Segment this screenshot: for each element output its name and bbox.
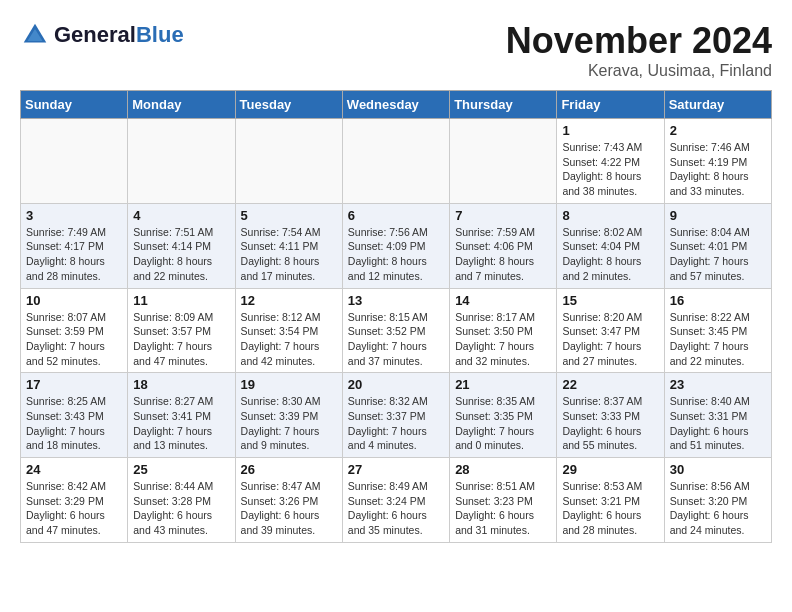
calendar-cell: 9Sunrise: 8:04 AM Sunset: 4:01 PM Daylig…	[664, 203, 771, 288]
day-number: 5	[241, 208, 337, 223]
day-number: 17	[26, 377, 122, 392]
location-title: Kerava, Uusimaa, Finland	[506, 62, 772, 80]
calendar-cell: 26Sunrise: 8:47 AM Sunset: 3:26 PM Dayli…	[235, 458, 342, 543]
calendar-cell: 21Sunrise: 8:35 AM Sunset: 3:35 PM Dayli…	[450, 373, 557, 458]
weekday-header: Saturday	[664, 91, 771, 119]
day-number: 9	[670, 208, 766, 223]
calendar-cell: 18Sunrise: 8:27 AM Sunset: 3:41 PM Dayli…	[128, 373, 235, 458]
day-number: 14	[455, 293, 551, 308]
weekday-header: Monday	[128, 91, 235, 119]
day-number: 25	[133, 462, 229, 477]
calendar-cell: 15Sunrise: 8:20 AM Sunset: 3:47 PM Dayli…	[557, 288, 664, 373]
calendar-cell: 29Sunrise: 8:53 AM Sunset: 3:21 PM Dayli…	[557, 458, 664, 543]
day-number: 8	[562, 208, 658, 223]
logo: GeneralBlue	[20, 20, 184, 50]
weekday-header: Tuesday	[235, 91, 342, 119]
calendar-cell: 23Sunrise: 8:40 AM Sunset: 3:31 PM Dayli…	[664, 373, 771, 458]
calendar-week-row: 10Sunrise: 8:07 AM Sunset: 3:59 PM Dayli…	[21, 288, 772, 373]
calendar-cell: 7Sunrise: 7:59 AM Sunset: 4:06 PM Daylig…	[450, 203, 557, 288]
calendar-cell: 1Sunrise: 7:43 AM Sunset: 4:22 PM Daylig…	[557, 119, 664, 204]
calendar-cell: 2Sunrise: 7:46 AM Sunset: 4:19 PM Daylig…	[664, 119, 771, 204]
day-info: Sunrise: 8:30 AM Sunset: 3:39 PM Dayligh…	[241, 394, 337, 453]
day-info: Sunrise: 8:51 AM Sunset: 3:23 PM Dayligh…	[455, 479, 551, 538]
day-number: 10	[26, 293, 122, 308]
calendar-cell: 22Sunrise: 8:37 AM Sunset: 3:33 PM Dayli…	[557, 373, 664, 458]
calendar-cell	[128, 119, 235, 204]
calendar-cell	[342, 119, 449, 204]
day-number: 29	[562, 462, 658, 477]
day-info: Sunrise: 8:32 AM Sunset: 3:37 PM Dayligh…	[348, 394, 444, 453]
day-info: Sunrise: 7:54 AM Sunset: 4:11 PM Dayligh…	[241, 225, 337, 284]
day-info: Sunrise: 8:04 AM Sunset: 4:01 PM Dayligh…	[670, 225, 766, 284]
day-number: 30	[670, 462, 766, 477]
day-number: 1	[562, 123, 658, 138]
day-number: 20	[348, 377, 444, 392]
day-number: 15	[562, 293, 658, 308]
weekday-header: Sunday	[21, 91, 128, 119]
day-info: Sunrise: 8:42 AM Sunset: 3:29 PM Dayligh…	[26, 479, 122, 538]
weekday-header: Thursday	[450, 91, 557, 119]
day-info: Sunrise: 8:07 AM Sunset: 3:59 PM Dayligh…	[26, 310, 122, 369]
calendar-cell: 13Sunrise: 8:15 AM Sunset: 3:52 PM Dayli…	[342, 288, 449, 373]
day-number: 16	[670, 293, 766, 308]
day-info: Sunrise: 8:44 AM Sunset: 3:28 PM Dayligh…	[133, 479, 229, 538]
day-number: 19	[241, 377, 337, 392]
calendar-cell: 30Sunrise: 8:56 AM Sunset: 3:20 PM Dayli…	[664, 458, 771, 543]
day-number: 26	[241, 462, 337, 477]
day-info: Sunrise: 8:25 AM Sunset: 3:43 PM Dayligh…	[26, 394, 122, 453]
title-area: November 2024 Kerava, Uusimaa, Finland	[506, 20, 772, 80]
weekday-header-row: SundayMondayTuesdayWednesdayThursdayFrid…	[21, 91, 772, 119]
day-info: Sunrise: 8:40 AM Sunset: 3:31 PM Dayligh…	[670, 394, 766, 453]
day-number: 3	[26, 208, 122, 223]
calendar-cell: 10Sunrise: 8:07 AM Sunset: 3:59 PM Dayli…	[21, 288, 128, 373]
header: GeneralBlue November 2024 Kerava, Uusima…	[20, 20, 772, 80]
day-info: Sunrise: 7:51 AM Sunset: 4:14 PM Dayligh…	[133, 225, 229, 284]
day-number: 4	[133, 208, 229, 223]
day-number: 23	[670, 377, 766, 392]
day-info: Sunrise: 8:02 AM Sunset: 4:04 PM Dayligh…	[562, 225, 658, 284]
calendar-cell: 12Sunrise: 8:12 AM Sunset: 3:54 PM Dayli…	[235, 288, 342, 373]
day-info: Sunrise: 8:47 AM Sunset: 3:26 PM Dayligh…	[241, 479, 337, 538]
calendar-cell: 3Sunrise: 7:49 AM Sunset: 4:17 PM Daylig…	[21, 203, 128, 288]
weekday-header: Friday	[557, 91, 664, 119]
calendar-cell	[21, 119, 128, 204]
day-info: Sunrise: 7:56 AM Sunset: 4:09 PM Dayligh…	[348, 225, 444, 284]
day-number: 7	[455, 208, 551, 223]
calendar-week-row: 1Sunrise: 7:43 AM Sunset: 4:22 PM Daylig…	[21, 119, 772, 204]
day-info: Sunrise: 7:59 AM Sunset: 4:06 PM Dayligh…	[455, 225, 551, 284]
day-info: Sunrise: 8:56 AM Sunset: 3:20 PM Dayligh…	[670, 479, 766, 538]
day-info: Sunrise: 7:49 AM Sunset: 4:17 PM Dayligh…	[26, 225, 122, 284]
day-info: Sunrise: 8:37 AM Sunset: 3:33 PM Dayligh…	[562, 394, 658, 453]
day-info: Sunrise: 7:43 AM Sunset: 4:22 PM Dayligh…	[562, 140, 658, 199]
calendar-cell: 28Sunrise: 8:51 AM Sunset: 3:23 PM Dayli…	[450, 458, 557, 543]
calendar-cell	[450, 119, 557, 204]
month-title: November 2024	[506, 20, 772, 62]
calendar-cell: 5Sunrise: 7:54 AM Sunset: 4:11 PM Daylig…	[235, 203, 342, 288]
weekday-header: Wednesday	[342, 91, 449, 119]
day-info: Sunrise: 8:12 AM Sunset: 3:54 PM Dayligh…	[241, 310, 337, 369]
calendar-cell: 8Sunrise: 8:02 AM Sunset: 4:04 PM Daylig…	[557, 203, 664, 288]
day-info: Sunrise: 8:15 AM Sunset: 3:52 PM Dayligh…	[348, 310, 444, 369]
day-number: 6	[348, 208, 444, 223]
calendar: SundayMondayTuesdayWednesdayThursdayFrid…	[20, 90, 772, 543]
day-info: Sunrise: 8:22 AM Sunset: 3:45 PM Dayligh…	[670, 310, 766, 369]
calendar-cell: 19Sunrise: 8:30 AM Sunset: 3:39 PM Dayli…	[235, 373, 342, 458]
day-number: 27	[348, 462, 444, 477]
calendar-cell: 14Sunrise: 8:17 AM Sunset: 3:50 PM Dayli…	[450, 288, 557, 373]
calendar-week-row: 24Sunrise: 8:42 AM Sunset: 3:29 PM Dayli…	[21, 458, 772, 543]
day-number: 22	[562, 377, 658, 392]
calendar-cell: 6Sunrise: 7:56 AM Sunset: 4:09 PM Daylig…	[342, 203, 449, 288]
day-info: Sunrise: 7:46 AM Sunset: 4:19 PM Dayligh…	[670, 140, 766, 199]
calendar-cell: 11Sunrise: 8:09 AM Sunset: 3:57 PM Dayli…	[128, 288, 235, 373]
calendar-cell: 25Sunrise: 8:44 AM Sunset: 3:28 PM Dayli…	[128, 458, 235, 543]
day-number: 18	[133, 377, 229, 392]
day-number: 21	[455, 377, 551, 392]
calendar-cell: 27Sunrise: 8:49 AM Sunset: 3:24 PM Dayli…	[342, 458, 449, 543]
day-info: Sunrise: 8:27 AM Sunset: 3:41 PM Dayligh…	[133, 394, 229, 453]
day-info: Sunrise: 8:35 AM Sunset: 3:35 PM Dayligh…	[455, 394, 551, 453]
day-info: Sunrise: 8:09 AM Sunset: 3:57 PM Dayligh…	[133, 310, 229, 369]
calendar-cell: 17Sunrise: 8:25 AM Sunset: 3:43 PM Dayli…	[21, 373, 128, 458]
logo-icon	[20, 20, 50, 50]
day-number: 12	[241, 293, 337, 308]
logo-blue: Blue	[136, 22, 184, 47]
